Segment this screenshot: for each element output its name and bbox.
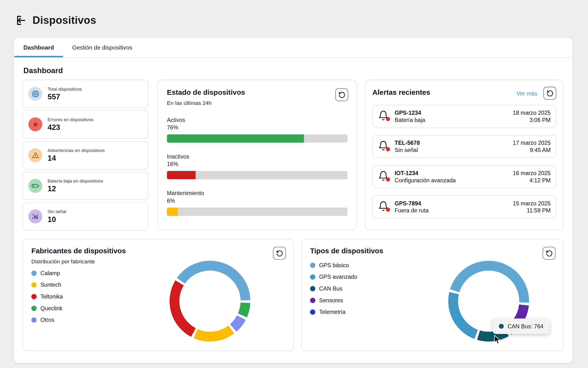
fabricantes-refresh-button[interactable] [273, 247, 286, 259]
tab-dashboard-label: Dashboard [23, 44, 54, 51]
alert-list: GPS-1234 Batería baja 18 marzo 2025 3:06… [372, 105, 556, 218]
stat-value: 557 [48, 92, 82, 101]
legend-label: Queclink [40, 305, 63, 312]
estado-title: Estado de dispositivos [167, 88, 347, 97]
alert-date: 18 marzo 2025 [513, 110, 551, 116]
error-x-icon [28, 117, 42, 131]
page-header: Dispositivos [14, 14, 96, 27]
estado-percent: 6% [167, 197, 347, 204]
legend-label: Telemetría [319, 309, 346, 315]
alert-time: 4:12 PM [513, 177, 551, 184]
donut-segment-gps-básico[interactable] [455, 266, 524, 303]
legend-label: Suntech [40, 281, 61, 288]
alert-dot [386, 177, 390, 181]
progress-track [167, 208, 347, 216]
stat-label: Advertencias en dispositivos [48, 148, 105, 153]
estado-label: Activos [167, 116, 347, 124]
mouse-cursor [494, 335, 501, 345]
alertas-refresh-button[interactable] [543, 87, 556, 100]
no-signal-icon [28, 210, 42, 223]
stat-card-bateria: Batería baja en dispositivos 12 [23, 172, 148, 200]
legend-label: Sensores [319, 297, 343, 304]
back-button[interactable] [14, 14, 27, 27]
estado-percent: 76% [167, 124, 347, 131]
refresh-icon [546, 90, 554, 97]
stat-card-sin-senal: Sin señal 10 [23, 202, 148, 231]
alert-dot [386, 208, 390, 212]
tooltip-series-dot [499, 324, 504, 329]
alert-row-gps-1234[interactable]: GPS-1234 Batería baja 18 marzo 2025 3:06… [372, 105, 556, 128]
fabricantes-title: Fabricantes de dispositivos [31, 247, 285, 255]
donut-segment-queclink[interactable] [242, 303, 245, 316]
refresh-icon [545, 250, 553, 257]
donut-segment-gps-avanzado[interactable] [453, 293, 476, 334]
alert-device: TEL-5678 [395, 140, 420, 146]
main-card: Dashboard Gestión de dispositivos Dashbo… [13, 38, 572, 363]
estado-row-activos: Activos 76% [167, 116, 347, 143]
tooltip-text: CAN Bus: 764 [508, 323, 543, 330]
dashboard-heading: Dashboard [23, 66, 63, 75]
legend-label: Teltonika [40, 293, 63, 300]
alert-description: Configuración avanzada [395, 177, 456, 184]
stat-card-total: Total dispositivos 557 [23, 80, 148, 108]
stat-value: 12 [48, 184, 103, 193]
tab-bar: Dashboard Gestión de dispositivos [13, 38, 572, 58]
refresh-icon [338, 91, 345, 98]
legend-dot [31, 294, 37, 299]
stat-card-errores: Errores en dispositivos 423 [23, 110, 148, 139]
legend-label: CAN Bus [319, 285, 343, 292]
legend-dot [31, 282, 37, 287]
donut-segment-teltonika[interactable] [175, 283, 194, 332]
stat-label: Errores en dispositivos [48, 117, 93, 122]
back-exit-icon [14, 14, 27, 27]
stat-value: 14 [48, 154, 105, 162]
estado-row-inactivos: Inactivos 16% [167, 153, 347, 179]
tipos-refresh-button[interactable] [543, 247, 556, 259]
donut-segment-otros[interactable] [233, 318, 242, 328]
estado-percent: 16% [167, 160, 347, 168]
estado-refresh-button[interactable] [335, 88, 348, 101]
stat-label: Batería baja en dispositivos [48, 178, 103, 184]
chart-tooltip: CAN Bus: 764 [493, 318, 550, 334]
legend-dot [310, 297, 315, 303]
legend-dot [310, 286, 315, 291]
alert-row-tel-5678[interactable]: TEL-5678 Sin señal 17 marzo 2025 9:45 AM [372, 135, 556, 158]
alert-description: Batería baja [395, 117, 425, 123]
devices-dashboard-page: Dispositivos Dashboard Gestión de dispos… [0, 0, 588, 368]
alert-time: 3:06 PM [513, 117, 551, 123]
estado-label: Mantenimiento [167, 190, 347, 197]
stat-card-advertencias: Advertencias en dispositivos 14 [23, 141, 148, 169]
alert-date: 15 marzo 2025 [513, 200, 551, 207]
stat-value: 423 [48, 123, 93, 132]
bell-alert-icon [378, 171, 390, 183]
alert-dot [386, 147, 390, 151]
tipos-panel: Tipos de dispositivos GPS básico GPS ava… [301, 239, 563, 351]
stat-label: Total dispositivos [48, 86, 82, 92]
estado-row-mantenimiento: Mantenimiento 6% [167, 190, 347, 216]
legend-dot [310, 309, 315, 315]
refresh-icon [276, 250, 283, 257]
fabricantes-donut-chart[interactable] [165, 256, 255, 347]
donut-segment-calamp[interactable] [181, 266, 245, 300]
progress-track [167, 134, 347, 143]
chip-icon [28, 87, 42, 101]
ver-mas-link[interactable]: Ver más [516, 90, 537, 97]
stat-label: Sin señal [48, 209, 66, 214]
donut-segment-suntech[interactable] [196, 330, 231, 337]
tab-dashboard[interactable]: Dashboard [14, 38, 63, 57]
tipos-title: Tipos de dispositivos [310, 247, 555, 255]
stat-value: 10 [48, 215, 66, 224]
estado-dispositivos-panel: Estado de dispositivos En las últimas 24… [158, 80, 357, 230]
legend-label: GPS avanzado [319, 274, 357, 280]
alert-date: 16 marzo 2025 [513, 170, 551, 176]
tab-gestion-label: Gestión de dispositivos [72, 44, 132, 51]
tab-gestion-dispositivos[interactable]: Gestión de dispositivos [63, 38, 141, 57]
page-title: Dispositivos [32, 14, 96, 27]
legend-label: Otros [40, 317, 54, 323]
legend-label: GPS básico [319, 262, 349, 268]
progress-fill-mantenimiento [167, 208, 178, 216]
alert-row-gps-7894[interactable]: GPS-7894 Fuera de ruta 15 marzo 2025 11:… [372, 195, 556, 218]
alert-device: GPS-1234 [395, 110, 425, 116]
legend-dot [31, 270, 37, 276]
alert-row-iot-1234[interactable]: IOT-1234 Configuración avanzada 16 marzo… [372, 165, 556, 188]
